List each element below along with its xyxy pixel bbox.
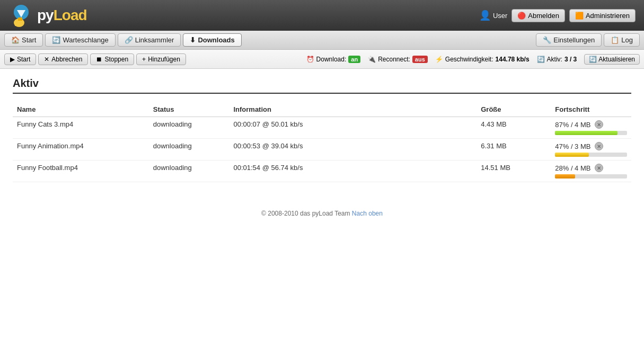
home-icon: 🏠 <box>11 36 20 44</box>
nav-downloads-label: Downloads <box>198 36 234 44</box>
col-header-status: Status <box>149 102 230 117</box>
download-status: ⏰ Download: an <box>306 56 361 63</box>
hinzufuegen-label: Hinzufügen <box>148 56 180 63</box>
settings-icon: 🔧 <box>543 36 551 44</box>
cancel-download-button[interactable]: ✕ <box>595 164 603 172</box>
nav-warteschlange-label: Warteschlange <box>63 36 108 44</box>
cancel-download-button[interactable]: ✕ <box>595 142 603 150</box>
abbrechen-button[interactable]: ✕ Abbrechen <box>38 53 88 65</box>
file-info: 00:00:07 @ 50.01 kb/s <box>229 117 477 139</box>
file-status: downloading <box>149 117 230 139</box>
file-progress: 28% / 4 MB✕ <box>551 160 631 182</box>
nav-linksammler-label: Linksammler <box>135 36 174 44</box>
navbar-right: 🔧 Einstellungen 📋 Log <box>536 33 640 47</box>
stoppen-button[interactable]: ⏹ Stoppen <box>90 53 134 65</box>
nav-warteschlange[interactable]: 🔄 Warteschlange <box>45 33 115 47</box>
file-name: Funny Animation.mp4 <box>13 139 149 160</box>
speed-label: Geschwindigkeit: <box>445 56 493 63</box>
aktiv-status: 🔄 Aktiv: 3 / 3 <box>537 56 577 63</box>
download-label: Download: <box>316 56 347 63</box>
hinzufuegen-button[interactable]: + Hinzufügen <box>136 53 186 65</box>
abmelden-label: Abmelden <box>528 12 559 20</box>
table-row: Funny Cats 3.mp4downloading00:00:07 @ 50… <box>13 117 631 139</box>
progress-label: 47% / 3 MB✕ <box>555 142 627 150</box>
speed-icon: ⚡ <box>435 56 443 63</box>
administrieren-button[interactable]: 🟧 Administrieren <box>569 9 636 22</box>
logo: pyLoad <box>8 3 87 28</box>
file-info: 00:00:53 @ 39.04 kb/s <box>229 139 477 160</box>
logo-text: pyLoad <box>37 7 87 24</box>
speed-status: ⚡ Geschwindigkeit: 144.78 kb/s <box>435 56 530 63</box>
progress-bar-container <box>555 174 627 178</box>
table-row: Funny Football.mp4downloading00:01:54 @ … <box>13 160 631 182</box>
aktiv-label: Aktiv: <box>547 56 562 63</box>
log-icon: 📋 <box>611 36 619 44</box>
administrieren-icon: 🟧 <box>575 12 584 20</box>
col-header-name: Name <box>13 102 149 117</box>
play-icon: ▶ <box>10 56 15 63</box>
cancel-icon: ✕ <box>44 56 49 63</box>
progress-label: 28% / 4 MB✕ <box>555 164 627 172</box>
file-size: 6.31 MB <box>477 139 551 160</box>
progress-bar <box>555 153 589 157</box>
reconnect-icon: 🔌 <box>368 56 376 63</box>
aktiv-value: 3 / 3 <box>564 56 577 63</box>
start-button[interactable]: ▶ Start <box>4 53 36 65</box>
abmelden-icon: 🔴 <box>517 12 526 20</box>
aktualisieren-label: Aktualisieren <box>598 56 635 63</box>
link-icon: 🔗 <box>125 36 133 44</box>
aktualisieren-button[interactable]: 🔄 Aktualisieren <box>584 54 640 65</box>
nach-oben-link[interactable]: Nach oben <box>352 210 383 217</box>
nav-log-label: Log <box>621 36 633 44</box>
file-size: 4.43 MB <box>477 117 551 139</box>
section-title: Aktiv <box>13 77 631 94</box>
file-progress: 47% / 3 MB✕ <box>551 139 631 160</box>
toolbar-left: ▶ Start ✕ Abbrechen ⏹ Stoppen + Hinzufüg… <box>4 53 186 65</box>
col-header-size: Größe <box>477 102 551 117</box>
nav-start-label: Start <box>22 36 36 44</box>
progress-bar <box>555 174 575 178</box>
cancel-download-button[interactable]: ✕ <box>595 120 603 129</box>
abbrechen-label: Abbrechen <box>51 56 82 63</box>
download-value: an <box>348 56 360 63</box>
nav-log[interactable]: 📋 Log <box>604 33 640 47</box>
toolbar: ▶ Start ✕ Abbrechen ⏹ Stoppen + Hinzufüg… <box>0 50 644 69</box>
svg-rect-4 <box>18 17 22 21</box>
progress-label: 87% / 4 MB✕ <box>555 120 627 129</box>
nav-einstellungen[interactable]: 🔧 Einstellungen <box>536 33 602 47</box>
reconnect-value: aus <box>412 56 428 63</box>
nav-einstellungen-label: Einstellungen <box>553 36 595 44</box>
table-row: Funny Animation.mp4downloading00:00:53 @… <box>13 139 631 160</box>
progress-bar-container <box>555 131 627 135</box>
user-label: User <box>493 12 507 20</box>
stoppen-label: Stoppen <box>104 56 128 63</box>
nav-linksammler[interactable]: 🔗 Linksammler <box>118 33 181 47</box>
toolbar-right: ⏰ Download: an 🔌 Reconnect: aus ⚡ Geschw… <box>306 54 640 65</box>
reconnect-label: Reconnect: <box>378 56 410 63</box>
file-progress: 87% / 4 MB✕ <box>551 117 631 139</box>
abmelden-button[interactable]: 🔴 Abmelden <box>511 9 565 22</box>
file-size: 14.51 MB <box>477 160 551 182</box>
file-name: Funny Football.mp4 <box>13 160 149 182</box>
table-header-row: Name Status Information Größe Fortschrit… <box>13 102 631 117</box>
nav-start[interactable]: 🏠 Start <box>4 33 43 47</box>
navbar: 🏠 Start 🔄 Warteschlange 🔗 Linksammler ⬇ … <box>0 31 644 50</box>
col-header-info: Information <box>229 102 477 117</box>
main-content: Aktiv Name Status Information Größe Fort… <box>0 69 644 191</box>
file-name: Funny Cats 3.mp4 <box>13 117 149 139</box>
header: pyLoad 👤 User 🔴 Abmelden 🟧 Administriere… <box>0 0 644 31</box>
refresh-icon: 🔄 <box>52 36 60 44</box>
user-icon: 👤 <box>479 10 491 21</box>
progress-bar <box>555 131 617 135</box>
file-status: downloading <box>149 160 230 182</box>
reconnect-status: 🔌 Reconnect: aus <box>368 56 428 63</box>
file-status: downloading <box>149 139 230 160</box>
stop-icon: ⏹ <box>96 56 102 63</box>
plus-icon: + <box>142 56 146 63</box>
navbar-left: 🏠 Start 🔄 Warteschlange 🔗 Linksammler ⬇ … <box>4 33 242 47</box>
col-header-progress: Fortschritt <box>551 102 631 117</box>
copyright-text: © 2008-2010 das pyLoad Team <box>261 210 350 217</box>
user-badge: 👤 User <box>479 10 507 21</box>
footer: © 2008-2010 das pyLoad Team Nach oben <box>0 201 644 226</box>
nav-downloads[interactable]: ⬇ Downloads <box>183 33 241 47</box>
